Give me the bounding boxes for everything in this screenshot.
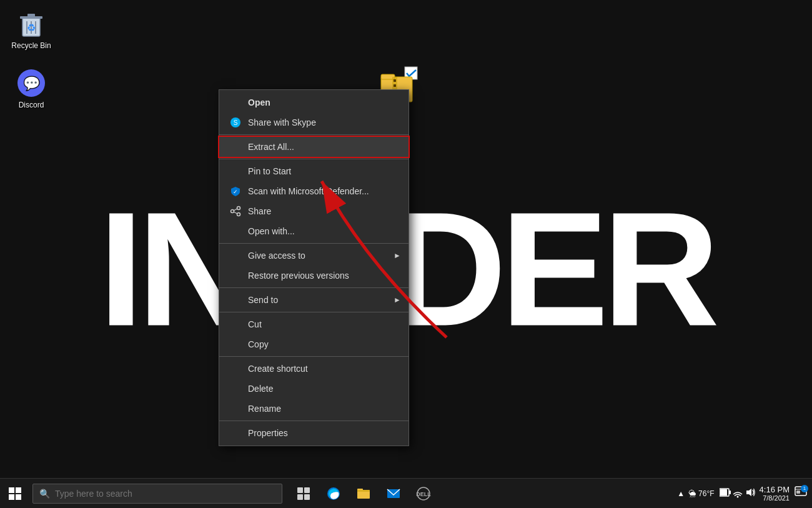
menu-item-delete[interactable]: Delete xyxy=(219,379,408,399)
edge-icon xyxy=(326,486,341,501)
menu-item-rename[interactable]: Rename xyxy=(219,399,408,419)
volume-icon[interactable] xyxy=(745,487,756,500)
copy-icon xyxy=(229,338,242,351)
menu-give-access-label: Give access to xyxy=(248,251,305,261)
open-icon xyxy=(229,96,242,109)
svg-rect-29 xyxy=(304,494,310,500)
recycle-bin-label: Recycle Bin xyxy=(11,41,51,50)
edge-button[interactable] xyxy=(320,480,347,507)
menu-item-share-skype[interactable]: S Share with Skype xyxy=(219,112,408,132)
delete-icon xyxy=(229,382,242,395)
menu-send-to-label: Send to xyxy=(248,295,278,305)
windows-logo xyxy=(9,487,21,500)
show-hidden-icons-button[interactable]: ▲ xyxy=(677,489,685,498)
svg-rect-13 xyxy=(394,79,396,82)
menu-item-copy[interactable]: Copy xyxy=(219,334,408,354)
weather-temp: 76°F xyxy=(698,489,714,498)
menu-item-open-with[interactable]: Open with... xyxy=(219,221,408,241)
svg-rect-38 xyxy=(729,491,731,494)
taskbar-app-icons: DELL xyxy=(290,480,437,507)
notification-center-button[interactable]: 1 xyxy=(795,486,807,501)
start-button[interactable] xyxy=(0,479,30,509)
menu-delete-label: Delete xyxy=(248,384,273,394)
desktop: INSIDER ♻ Recycle Bin 💬 Discord xyxy=(0,0,812,508)
svg-point-20 xyxy=(237,207,240,210)
battery-icon[interactable] xyxy=(720,488,731,499)
submenu-arrow-send-to: ► xyxy=(394,296,401,304)
menu-item-pin-start[interactable]: Pin to Start xyxy=(219,161,408,181)
open-with-icon xyxy=(229,225,242,237)
context-menu: Open S Share with Skype Extract All... P… xyxy=(219,89,409,446)
svg-point-40 xyxy=(736,496,738,498)
svg-text:DELL: DELL xyxy=(416,491,431,497)
search-input[interactable] xyxy=(55,489,275,499)
discord-icon: 💬 xyxy=(16,68,46,98)
logo-quad-1 xyxy=(9,487,14,493)
menu-item-extract-all[interactable]: Extract All... xyxy=(219,137,408,157)
menu-rename-label: Rename xyxy=(248,404,281,414)
menu-item-create-shortcut[interactable]: Create shortcut xyxy=(219,359,408,379)
svg-text:💬: 💬 xyxy=(23,75,41,92)
clock-time: 4:16 PM xyxy=(760,485,790,494)
svg-point-22 xyxy=(237,213,240,216)
svg-rect-14 xyxy=(394,84,396,87)
separator-1 xyxy=(219,134,408,135)
menu-item-cut[interactable]: Cut xyxy=(219,314,408,334)
menu-create-shortcut-label: Create shortcut xyxy=(248,364,308,374)
discord-svg: 💬 xyxy=(16,68,46,98)
logo-quad-4 xyxy=(16,494,21,500)
file-explorer-button[interactable] xyxy=(350,480,377,507)
menu-item-restore-versions[interactable]: Restore previous versions xyxy=(219,266,408,286)
menu-item-send-to[interactable]: Send to ► xyxy=(219,290,408,310)
svg-rect-39 xyxy=(720,489,727,496)
menu-defender-label: Scan with Microsoft Defender... xyxy=(248,186,369,196)
rename-icon xyxy=(229,402,242,415)
svg-text:S: S xyxy=(234,119,238,126)
dell-button[interactable]: DELL xyxy=(410,480,437,507)
pin-icon xyxy=(229,165,242,177)
network-svg xyxy=(732,487,743,498)
menu-item-give-access[interactable]: Give access to ► xyxy=(219,246,408,266)
separator-6 xyxy=(219,356,408,357)
desktop-icon-recycle-bin[interactable]: ♻ Recycle Bin xyxy=(6,6,56,52)
skype-icon: S xyxy=(229,116,242,129)
svg-rect-28 xyxy=(297,494,303,500)
svg-rect-33 xyxy=(357,490,370,492)
cut-icon xyxy=(229,318,242,331)
svg-line-24 xyxy=(234,212,237,214)
menu-item-share[interactable]: Share xyxy=(219,201,408,221)
recycle-bin-svg: ♻ xyxy=(16,9,46,39)
restore-icon xyxy=(229,269,242,282)
menu-open-label: Open xyxy=(248,97,270,107)
network-icon[interactable] xyxy=(732,487,743,500)
svg-point-21 xyxy=(231,210,234,213)
recycle-bin-icon: ♻ xyxy=(16,9,46,39)
tray-weather[interactable]: 🌦 76°F xyxy=(688,489,714,498)
taskbar-search[interactable]: 🔍 xyxy=(32,484,282,504)
mail-button[interactable] xyxy=(380,480,407,507)
search-icon: 🔍 xyxy=(39,489,50,499)
desktop-icon-discord[interactable]: 💬 Discord xyxy=(6,66,56,112)
menu-extract-label: Extract All... xyxy=(248,142,294,152)
menu-copy-label: Copy xyxy=(248,339,269,349)
menu-open-with-label: Open with... xyxy=(248,226,295,236)
taskbar: 🔍 xyxy=(0,478,812,508)
properties-icon xyxy=(229,427,242,439)
task-view-icon xyxy=(297,487,310,501)
volume-svg xyxy=(745,487,756,498)
system-tray: ▲ 🌦 76°F xyxy=(677,485,812,502)
separator-7 xyxy=(219,421,408,421)
menu-properties-label: Properties xyxy=(248,428,288,438)
menu-item-open[interactable]: Open xyxy=(219,92,408,112)
give-access-icon xyxy=(229,249,242,262)
menu-item-scan-defender[interactable]: ✓ Scan with Microsoft Defender... xyxy=(219,181,408,201)
task-view-button[interactable] xyxy=(290,480,317,507)
tray-clock[interactable]: 4:16 PM 7/8/2021 xyxy=(760,485,790,502)
svg-rect-2 xyxy=(27,14,35,17)
defender-icon: ✓ xyxy=(229,185,242,197)
menu-item-properties[interactable]: Properties xyxy=(219,423,408,443)
mail-icon xyxy=(386,486,401,501)
menu-pin-label: Pin to Start xyxy=(248,166,291,176)
logo-quad-2 xyxy=(16,487,21,493)
svg-rect-26 xyxy=(297,487,303,493)
